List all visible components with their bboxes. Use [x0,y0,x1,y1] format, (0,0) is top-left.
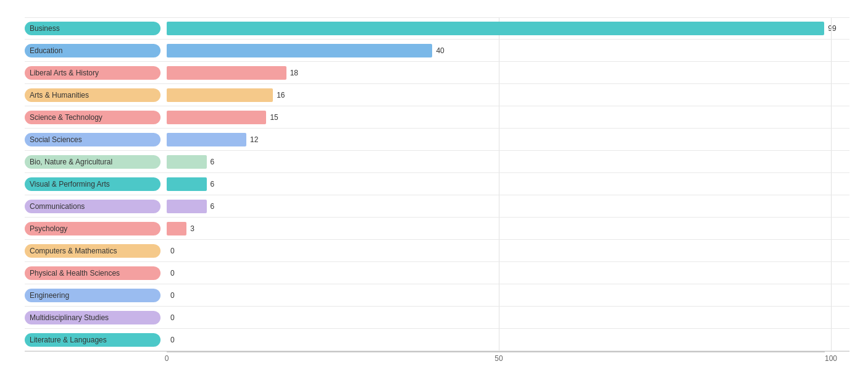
bar-value: 0 [170,336,175,344]
bar-fill [167,44,432,57]
bar-row: Business99 [25,17,849,40]
bar-value: 12 [250,135,258,144]
bar-row: Arts & Humanities16 [25,84,849,106]
bar-value: 0 [170,291,175,300]
bar-row: Communications6 [25,195,849,218]
bar-value: 0 [170,313,175,322]
x-tick-label: 100 [825,354,837,363]
bar-row: Social Sciences12 [25,129,849,151]
bar-label: Social Sciences [25,133,161,146]
bar-label: Multidisciplinary Studies [25,311,161,324]
bar-fill [167,177,207,191]
bar-label: Visual & Performing Arts [25,177,161,191]
bar-label: Engineering [25,289,161,302]
bar-row: Multidisciplinary Studies0 [25,307,849,329]
bar-label: Physical & Health Sciences [25,266,161,280]
bar-value: 15 [270,113,278,122]
bar-value: 40 [436,46,444,55]
bar-label: Bio, Nature & Agricultural [25,155,161,169]
bar-fill [167,155,207,169]
bar-label: Arts & Humanities [25,88,161,102]
x-tick-label: 50 [495,354,503,363]
bar-fill [167,111,266,124]
bar-value: 16 [277,91,285,100]
bar-row: Psychology3 [25,218,849,240]
bar-value: 6 [211,202,215,211]
bar-fill [167,222,186,235]
bar-value: 3 [190,224,194,233]
bar-row: Engineering0 [25,284,849,307]
bar-label: Liberal Arts & History [25,66,161,80]
bar-row: Science & Technology15 [25,106,849,129]
bar-label: Computers & Mathematics [25,244,161,258]
bar-value: 0 [170,269,175,278]
bar-label: Communications [25,200,161,213]
bar-label: Business [25,22,161,35]
bar-row: Education40 [25,40,849,62]
bar-fill [167,66,286,80]
bar-value: 0 [170,247,175,255]
bar-fill [167,22,824,35]
bar-row: Physical & Health Sciences0 [25,262,849,284]
bar-fill [167,88,273,102]
bar-value: 18 [290,69,298,77]
bar-value: 6 [211,158,215,166]
bar-fill [167,133,246,146]
bar-row: Visual & Performing Arts6 [25,173,849,195]
bar-value: 99 [828,24,836,33]
bar-row: Literature & Languages0 [25,329,849,351]
bar-label: Education [25,44,161,57]
bar-label: Science & Technology [25,111,161,124]
bar-row: Bio, Nature & Agricultural6 [25,151,849,173]
bar-row: Computers & Mathematics0 [25,240,849,262]
x-axis: 050100 [25,351,849,366]
bars-wrapper: Business99Education40Liberal Arts & Hist… [25,17,849,351]
bar-label: Literature & Languages [25,333,161,347]
x-tick-label: 0 [165,354,169,363]
bar-fill [167,200,207,213]
chart-area: Business99Education40Liberal Arts & Hist… [19,17,849,384]
bar-label: Psychology [25,222,161,235]
bar-value: 6 [211,180,215,189]
bar-row: Liberal Arts & History18 [25,62,849,84]
